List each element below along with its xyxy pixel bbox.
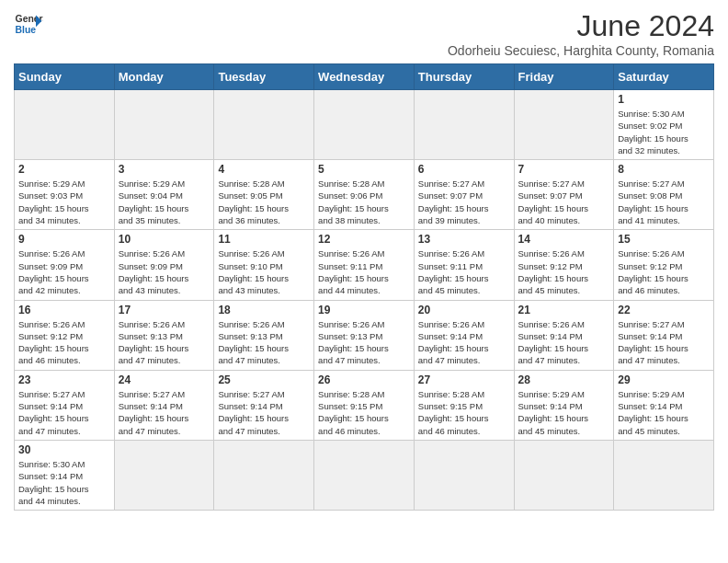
day-number: 28 xyxy=(518,373,610,386)
calendar-day-cell xyxy=(514,90,614,160)
day-number: 18 xyxy=(218,304,310,316)
calendar-week-row: 23Sunrise: 5:27 AM Sunset: 9:14 PM Dayli… xyxy=(15,370,714,440)
calendar-day-cell: 19Sunrise: 5:26 AM Sunset: 9:13 PM Dayli… xyxy=(314,300,415,370)
calendar-day-cell: 8Sunrise: 5:27 AM Sunset: 9:08 PM Daylig… xyxy=(614,160,714,230)
calendar-day-cell xyxy=(414,440,514,510)
day-sun-info: Sunrise: 5:29 AM Sunset: 9:04 PM Dayligh… xyxy=(119,178,210,226)
calendar-day-cell xyxy=(614,440,714,510)
day-number: 5 xyxy=(318,163,410,176)
weekday-header: Monday xyxy=(114,64,214,90)
day-sun-info: Sunrise: 5:27 AM Sunset: 9:07 PM Dayligh… xyxy=(518,178,610,226)
calendar-week-row: 1Sunrise: 5:30 AM Sunset: 9:02 PM Daylig… xyxy=(15,90,714,160)
day-number: 27 xyxy=(418,373,510,386)
day-number: 21 xyxy=(518,304,610,316)
day-sun-info: Sunrise: 5:26 AM Sunset: 9:14 PM Dayligh… xyxy=(418,318,510,367)
calendar-day-cell xyxy=(114,90,214,160)
day-sun-info: Sunrise: 5:28 AM Sunset: 9:06 PM Dayligh… xyxy=(318,178,410,226)
day-number: 9 xyxy=(18,233,110,246)
weekday-header: Sunday xyxy=(15,64,115,90)
day-sun-info: Sunrise: 5:28 AM Sunset: 9:15 PM Dayligh… xyxy=(318,388,410,437)
day-sun-info: Sunrise: 5:27 AM Sunset: 9:14 PM Dayligh… xyxy=(618,318,710,367)
day-sun-info: Sunrise: 5:26 AM Sunset: 9:11 PM Dayligh… xyxy=(318,247,410,296)
calendar-day-cell: 12Sunrise: 5:26 AM Sunset: 9:11 PM Dayli… xyxy=(314,230,415,300)
day-number: 17 xyxy=(119,304,210,316)
calendar-day-cell xyxy=(414,90,514,160)
day-sun-info: Sunrise: 5:29 AM Sunset: 9:14 PM Dayligh… xyxy=(618,388,710,437)
calendar-week-row: 16Sunrise: 5:26 AM Sunset: 9:12 PM Dayli… xyxy=(15,300,714,370)
calendar-day-cell: 6Sunrise: 5:27 AM Sunset: 9:07 PM Daylig… xyxy=(414,160,514,230)
day-sun-info: Sunrise: 5:29 AM Sunset: 9:03 PM Dayligh… xyxy=(18,178,110,226)
day-sun-info: Sunrise: 5:26 AM Sunset: 9:09 PM Dayligh… xyxy=(18,247,110,296)
calendar-day-cell: 7Sunrise: 5:27 AM Sunset: 9:07 PM Daylig… xyxy=(514,160,614,230)
calendar-day-cell: 27Sunrise: 5:28 AM Sunset: 9:15 PM Dayli… xyxy=(414,370,514,440)
weekday-header: Tuesday xyxy=(214,64,314,90)
calendar-day-cell: 10Sunrise: 5:26 AM Sunset: 9:09 PM Dayli… xyxy=(114,230,214,300)
calendar-day-cell: 28Sunrise: 5:29 AM Sunset: 9:14 PM Dayli… xyxy=(514,370,614,440)
day-sun-info: Sunrise: 5:26 AM Sunset: 9:13 PM Dayligh… xyxy=(119,318,210,367)
calendar-day-cell: 21Sunrise: 5:26 AM Sunset: 9:14 PM Dayli… xyxy=(514,300,614,370)
calendar-day-cell: 30Sunrise: 5:30 AM Sunset: 9:14 PM Dayli… xyxy=(15,440,115,510)
day-number: 11 xyxy=(218,233,310,246)
calendar-day-cell: 20Sunrise: 5:26 AM Sunset: 9:14 PM Dayli… xyxy=(414,300,514,370)
day-number: 16 xyxy=(18,304,110,316)
calendar-day-cell xyxy=(314,90,415,160)
day-sun-info: Sunrise: 5:26 AM Sunset: 9:12 PM Dayligh… xyxy=(518,247,610,296)
calendar-day-cell: 3Sunrise: 5:29 AM Sunset: 9:04 PM Daylig… xyxy=(114,160,214,230)
day-number: 14 xyxy=(518,233,610,246)
calendar-week-row: 30Sunrise: 5:30 AM Sunset: 9:14 PM Dayli… xyxy=(15,440,714,510)
day-sun-info: Sunrise: 5:27 AM Sunset: 9:08 PM Dayligh… xyxy=(618,178,710,226)
day-sun-info: Sunrise: 5:27 AM Sunset: 9:14 PM Dayligh… xyxy=(218,388,310,437)
day-number: 20 xyxy=(418,304,510,316)
calendar-day-cell: 16Sunrise: 5:26 AM Sunset: 9:12 PM Dayli… xyxy=(15,300,115,370)
calendar-day-cell: 4Sunrise: 5:28 AM Sunset: 9:05 PM Daylig… xyxy=(214,160,314,230)
day-sun-info: Sunrise: 5:27 AM Sunset: 9:07 PM Dayligh… xyxy=(418,178,510,226)
calendar-day-cell: 15Sunrise: 5:26 AM Sunset: 9:12 PM Dayli… xyxy=(614,230,714,300)
day-number: 23 xyxy=(18,373,110,386)
calendar-day-cell xyxy=(114,440,214,510)
calendar-day-cell xyxy=(214,90,314,160)
day-number: 22 xyxy=(618,304,710,316)
day-number: 30 xyxy=(18,443,110,456)
calendar-day-cell: 1Sunrise: 5:30 AM Sunset: 9:02 PM Daylig… xyxy=(614,90,714,160)
logo-icon: General Blue xyxy=(14,9,43,39)
calendar-day-cell: 14Sunrise: 5:26 AM Sunset: 9:12 PM Dayli… xyxy=(514,230,614,300)
calendar-day-cell: 5Sunrise: 5:28 AM Sunset: 9:06 PM Daylig… xyxy=(314,160,415,230)
day-number: 2 xyxy=(18,163,110,176)
day-sun-info: Sunrise: 5:27 AM Sunset: 9:14 PM Dayligh… xyxy=(119,388,210,437)
calendar-day-cell: 26Sunrise: 5:28 AM Sunset: 9:15 PM Dayli… xyxy=(314,370,415,440)
day-number: 29 xyxy=(618,373,710,386)
day-number: 8 xyxy=(618,163,710,176)
svg-text:Blue: Blue xyxy=(16,25,37,35)
day-number: 4 xyxy=(218,163,310,176)
weekday-header: Saturday xyxy=(614,64,714,90)
calendar-day-cell: 22Sunrise: 5:27 AM Sunset: 9:14 PM Dayli… xyxy=(614,300,714,370)
day-sun-info: Sunrise: 5:26 AM Sunset: 9:13 PM Dayligh… xyxy=(218,318,310,367)
calendar-day-cell: 24Sunrise: 5:27 AM Sunset: 9:14 PM Dayli… xyxy=(114,370,214,440)
calendar-day-cell: 29Sunrise: 5:29 AM Sunset: 9:14 PM Dayli… xyxy=(614,370,714,440)
day-number: 25 xyxy=(218,373,310,386)
day-number: 15 xyxy=(618,233,710,246)
day-number: 10 xyxy=(119,233,210,246)
day-number: 19 xyxy=(318,304,410,316)
calendar-day-cell: 25Sunrise: 5:27 AM Sunset: 9:14 PM Dayli… xyxy=(214,370,314,440)
calendar-day-cell xyxy=(15,90,115,160)
day-sun-info: Sunrise: 5:28 AM Sunset: 9:15 PM Dayligh… xyxy=(418,388,510,437)
page-header: General Blue June 2024 Odorheiu Secuiesc… xyxy=(14,9,714,58)
month-year-title: June 2024 xyxy=(448,9,714,43)
day-number: 12 xyxy=(318,233,410,246)
day-number: 24 xyxy=(119,373,210,386)
weekday-header-row: SundayMondayTuesdayWednesdayThursdayFrid… xyxy=(15,64,714,90)
title-block: June 2024 Odorheiu Secuiesc, Harghita Co… xyxy=(448,9,714,58)
logo: General Blue xyxy=(14,9,43,39)
day-number: 3 xyxy=(119,163,210,176)
location-subtitle: Odorheiu Secuiesc, Harghita County, Roma… xyxy=(448,43,714,58)
calendar-day-cell: 11Sunrise: 5:26 AM Sunset: 9:10 PM Dayli… xyxy=(214,230,314,300)
day-number: 1 xyxy=(618,93,710,106)
calendar-week-row: 9Sunrise: 5:26 AM Sunset: 9:09 PM Daylig… xyxy=(15,230,714,300)
calendar-day-cell xyxy=(314,440,415,510)
day-sun-info: Sunrise: 5:28 AM Sunset: 9:05 PM Dayligh… xyxy=(218,178,310,226)
day-sun-info: Sunrise: 5:26 AM Sunset: 9:14 PM Dayligh… xyxy=(518,318,610,367)
day-number: 7 xyxy=(518,163,610,176)
day-sun-info: Sunrise: 5:26 AM Sunset: 9:13 PM Dayligh… xyxy=(318,318,410,367)
weekday-header: Wednesday xyxy=(314,64,415,90)
